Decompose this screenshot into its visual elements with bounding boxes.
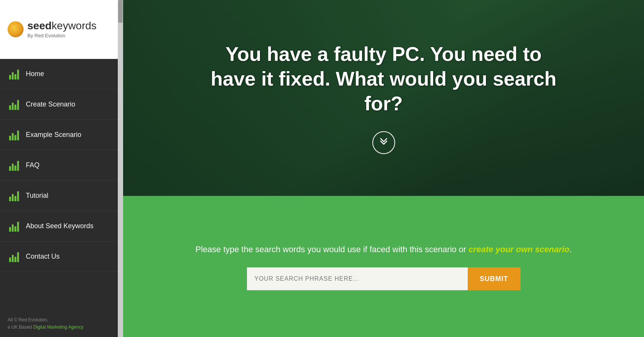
description-after: .	[570, 245, 572, 254]
logo-area: seedkeywords By Red Evolution	[0, 0, 118, 59]
sidebar-item-faq-label: FAQ	[26, 161, 40, 169]
sidebar-item-example-scenario[interactable]: Example Scenario	[0, 120, 118, 150]
create-scenario-icon	[9, 99, 20, 110]
chevron-double-down-icon	[378, 137, 390, 149]
sidebar-item-contact-label: Contact Us	[26, 253, 60, 261]
description-before: Please type the search words you would u…	[195, 245, 468, 254]
scrollbar-thumb[interactable]	[118, 0, 123, 23]
submit-button[interactable]: SUBMIT	[468, 267, 521, 290]
faq-icon	[9, 160, 20, 171]
logo-brand-light: keywords	[52, 20, 97, 32]
main-nav: Home Create Scenario Example Scenario	[0, 59, 118, 310]
hero-title: You have a faulty PC. You need to have i…	[209, 42, 559, 116]
create-own-scenario-link[interactable]: create your own scenario	[468, 245, 569, 254]
sidebar-item-about-label: About Seed Keywords	[26, 222, 93, 230]
footer-line2: a UK Based	[8, 324, 33, 330]
sidebar-item-about-seed-keywords[interactable]: About Seed Keywords	[0, 211, 118, 242]
sidebar-item-home[interactable]: Home	[0, 59, 118, 89]
tutorial-icon	[9, 191, 20, 201]
scroll-down-button[interactable]	[372, 131, 395, 154]
search-input[interactable]	[247, 267, 468, 290]
search-description: Please type the search words you would u…	[195, 243, 572, 256]
sidebar-footer: All © Red Evolution, a UK Based Digital …	[0, 310, 118, 337]
hero-content: You have a faulty PC. You need to have i…	[194, 27, 574, 169]
search-section: Please type the search words you would u…	[123, 196, 644, 337]
example-scenario-icon	[9, 130, 20, 140]
sidebar-item-faq[interactable]: FAQ	[0, 150, 118, 181]
sidebar-item-contact-us[interactable]: Contact Us	[0, 242, 118, 272]
contact-icon	[9, 251, 20, 262]
logo-text: seedkeywords	[27, 21, 97, 31]
logo-text-wrap: seedkeywords By Red Evolution	[27, 21, 97, 38]
sidebar-item-create-scenario-label: Create Scenario	[26, 100, 75, 108]
main-content: You have a faulty PC. You need to have i…	[123, 0, 644, 337]
search-row: SUBMIT	[247, 267, 521, 290]
logo-icon	[8, 21, 24, 37]
footer-line1: All © Red Evolution,	[8, 317, 48, 323]
hero-section: You have a faulty PC. You need to have i…	[123, 0, 644, 196]
logo-brand-bold: seed	[27, 20, 52, 32]
sidebar-item-tutorial[interactable]: Tutorial	[0, 181, 118, 211]
scrollbar[interactable]	[118, 0, 123, 337]
sidebar-item-create-scenario[interactable]: Create Scenario	[0, 89, 118, 120]
home-icon	[9, 69, 20, 79]
sidebar-item-tutorial-label: Tutorial	[26, 192, 48, 200]
logo-subtext: By Red Evolution	[27, 33, 97, 38]
about-icon	[9, 221, 20, 232]
footer-link[interactable]: Digital Marketing Agency	[33, 324, 83, 330]
sidebar-item-example-scenario-label: Example Scenario	[26, 131, 81, 139]
sidebar-item-home-label: Home	[26, 70, 44, 78]
sidebar: seedkeywords By Red Evolution Home Cre	[0, 0, 118, 337]
